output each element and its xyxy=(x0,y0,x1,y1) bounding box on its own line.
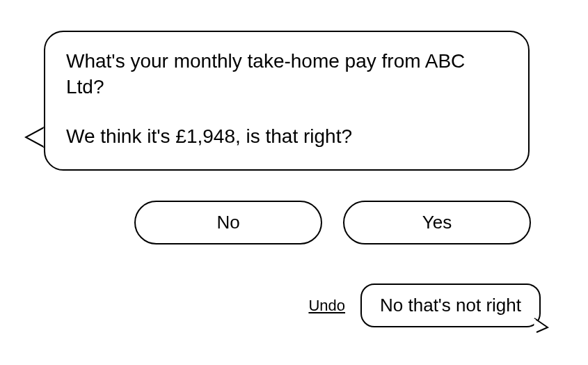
user-reply-row: Undo No that's not right xyxy=(308,284,541,327)
yes-button[interactable]: Yes xyxy=(343,201,531,244)
options-row: No Yes xyxy=(134,201,531,244)
no-button[interactable]: No xyxy=(134,201,322,244)
user-reply-text: No that's not right xyxy=(380,295,521,316)
undo-link[interactable]: Undo xyxy=(308,297,345,315)
bot-message-line-2: We think it's £1,948, is that right? xyxy=(66,124,507,150)
bot-message-bubble: What's your monthly take-home pay from A… xyxy=(44,31,530,171)
speech-tail-left-icon xyxy=(24,125,45,150)
bot-message-line-1: What's your monthly take-home pay from A… xyxy=(66,49,507,100)
user-reply-bubble: No that's not right xyxy=(360,284,541,327)
speech-tail-right-icon xyxy=(534,316,549,332)
